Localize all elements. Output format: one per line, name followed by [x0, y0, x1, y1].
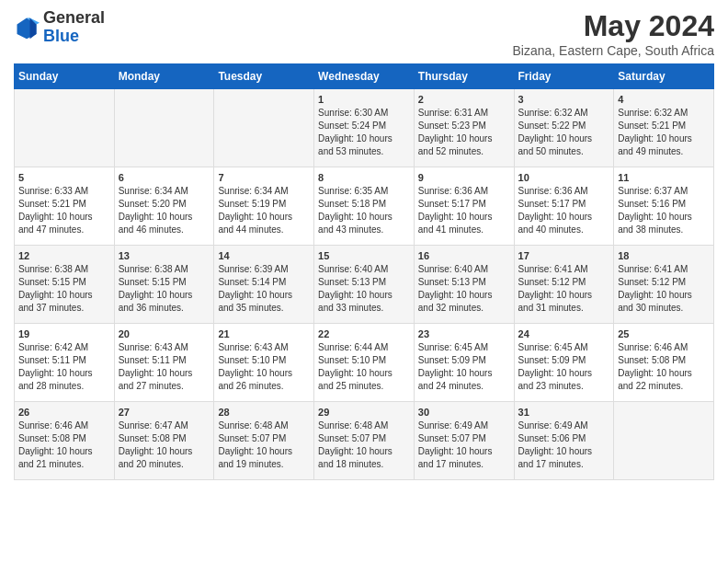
location-title: Bizana, Eastern Cape, South Africa [513, 43, 714, 58]
calendar-cell: 16Sunrise: 6:40 AM Sunset: 5:13 PM Dayli… [414, 246, 514, 324]
day-info: Sunrise: 6:34 AM Sunset: 5:20 PM Dayligh… [119, 185, 210, 236]
calendar-cell: 22Sunrise: 6:44 AM Sunset: 5:10 PM Dayli… [314, 324, 415, 402]
week-row-3: 12Sunrise: 6:38 AM Sunset: 5:15 PM Dayli… [15, 246, 714, 324]
day-info: Sunrise: 6:47 AM Sunset: 5:08 PM Dayligh… [119, 419, 210, 471]
calendar-cell: 23Sunrise: 6:45 AM Sunset: 5:09 PM Dayli… [414, 324, 514, 402]
day-info: Sunrise: 6:36 AM Sunset: 5:17 PM Dayligh… [518, 185, 610, 236]
day-info: Sunrise: 6:43 AM Sunset: 5:10 PM Dayligh… [218, 341, 310, 393]
day-info: Sunrise: 6:32 AM Sunset: 5:21 PM Dayligh… [618, 107, 710, 158]
calendar-cell: 24Sunrise: 6:45 AM Sunset: 5:09 PM Dayli… [514, 324, 614, 402]
week-row-1: 1Sunrise: 6:30 AM Sunset: 5:24 PM Daylig… [15, 89, 714, 167]
calendar-cell [214, 89, 314, 167]
day-number: 17 [518, 250, 610, 261]
day-number: 4 [618, 94, 710, 105]
day-info: Sunrise: 6:36 AM Sunset: 5:17 PM Dayligh… [418, 185, 510, 236]
week-row-5: 26Sunrise: 6:46 AM Sunset: 5:08 PM Dayli… [15, 402, 714, 480]
logo-blue-text: Blue [43, 27, 79, 45]
day-info: Sunrise: 6:31 AM Sunset: 5:23 PM Dayligh… [418, 107, 510, 158]
title-block: May 2024 Bizana, Eastern Cape, South Afr… [513, 9, 714, 58]
calendar-cell: 6Sunrise: 6:34 AM Sunset: 5:20 PM Daylig… [114, 167, 214, 246]
calendar-cell: 17Sunrise: 6:41 AM Sunset: 5:12 PM Dayli… [514, 246, 614, 324]
header-row: SundayMondayTuesdayWednesdayThursdayFrid… [15, 64, 714, 89]
calendar-cell: 7Sunrise: 6:34 AM Sunset: 5:19 PM Daylig… [214, 167, 314, 246]
day-number: 23 [418, 328, 510, 339]
calendar-cell: 18Sunrise: 6:41 AM Sunset: 5:12 PM Dayli… [614, 246, 714, 324]
calendar-cell: 28Sunrise: 6:48 AM Sunset: 5:07 PM Dayli… [214, 402, 314, 480]
day-info: Sunrise: 6:42 AM Sunset: 5:11 PM Dayligh… [18, 341, 110, 393]
header-day-tuesday: Tuesday [214, 64, 314, 89]
calendar-cell: 27Sunrise: 6:47 AM Sunset: 5:08 PM Dayli… [114, 402, 214, 480]
day-info: Sunrise: 6:38 AM Sunset: 5:15 PM Dayligh… [119, 263, 210, 315]
day-number: 19 [18, 328, 110, 339]
header-day-monday: Monday [114, 64, 214, 89]
day-info: Sunrise: 6:40 AM Sunset: 5:13 PM Dayligh… [318, 263, 410, 315]
day-number: 10 [518, 172, 610, 183]
logo-icon [14, 15, 40, 40]
day-number: 7 [218, 172, 310, 183]
calendar-cell: 5Sunrise: 6:33 AM Sunset: 5:21 PM Daylig… [15, 167, 115, 246]
day-info: Sunrise: 6:49 AM Sunset: 5:07 PM Dayligh… [418, 419, 510, 471]
day-number: 20 [119, 328, 210, 339]
calendar-cell: 30Sunrise: 6:49 AM Sunset: 5:07 PM Dayli… [414, 402, 514, 480]
week-row-2: 5Sunrise: 6:33 AM Sunset: 5:21 PM Daylig… [15, 167, 714, 246]
calendar-cell: 11Sunrise: 6:37 AM Sunset: 5:16 PM Dayli… [614, 167, 714, 246]
day-number: 22 [318, 328, 410, 339]
day-number: 11 [618, 172, 710, 183]
day-info: Sunrise: 6:46 AM Sunset: 5:08 PM Dayligh… [18, 419, 110, 471]
calendar-cell [114, 89, 214, 167]
calendar-header: SundayMondayTuesdayWednesdayThursdayFrid… [15, 64, 714, 89]
calendar-cell: 15Sunrise: 6:40 AM Sunset: 5:13 PM Dayli… [314, 246, 415, 324]
day-info: Sunrise: 6:43 AM Sunset: 5:11 PM Dayligh… [119, 341, 210, 393]
day-info: Sunrise: 6:35 AM Sunset: 5:18 PM Dayligh… [318, 185, 410, 236]
calendar-table: SundayMondayTuesdayWednesdayThursdayFrid… [14, 63, 714, 480]
calendar-body: 1Sunrise: 6:30 AM Sunset: 5:24 PM Daylig… [15, 89, 714, 480]
calendar-cell: 8Sunrise: 6:35 AM Sunset: 5:18 PM Daylig… [314, 167, 415, 246]
calendar-cell: 31Sunrise: 6:49 AM Sunset: 5:06 PM Dayli… [514, 402, 614, 480]
day-number: 5 [18, 172, 110, 183]
calendar-cell: 2Sunrise: 6:31 AM Sunset: 5:23 PM Daylig… [414, 89, 514, 167]
calendar-cell: 25Sunrise: 6:46 AM Sunset: 5:08 PM Dayli… [614, 324, 714, 402]
logo: General Blue [14, 9, 105, 46]
day-info: Sunrise: 6:40 AM Sunset: 5:13 PM Dayligh… [418, 263, 510, 315]
day-number: 30 [418, 407, 510, 418]
calendar-cell: 3Sunrise: 6:32 AM Sunset: 5:22 PM Daylig… [514, 89, 614, 167]
day-info: Sunrise: 6:41 AM Sunset: 5:12 PM Dayligh… [518, 263, 610, 315]
header-day-saturday: Saturday [614, 64, 714, 89]
day-info: Sunrise: 6:46 AM Sunset: 5:08 PM Dayligh… [618, 341, 710, 393]
day-number: 15 [318, 250, 410, 261]
calendar-cell: 29Sunrise: 6:48 AM Sunset: 5:07 PM Dayli… [314, 402, 415, 480]
calendar-cell: 10Sunrise: 6:36 AM Sunset: 5:17 PM Dayli… [514, 167, 614, 246]
day-number: 1 [318, 94, 410, 105]
calendar-cell: 9Sunrise: 6:36 AM Sunset: 5:17 PM Daylig… [414, 167, 514, 246]
calendar-cell: 20Sunrise: 6:43 AM Sunset: 5:11 PM Dayli… [114, 324, 214, 402]
day-number: 2 [418, 94, 510, 105]
day-info: Sunrise: 6:39 AM Sunset: 5:14 PM Dayligh… [218, 263, 310, 315]
day-info: Sunrise: 6:33 AM Sunset: 5:21 PM Dayligh… [18, 185, 110, 236]
day-info: Sunrise: 6:45 AM Sunset: 5:09 PM Dayligh… [518, 341, 610, 393]
header-day-wednesday: Wednesday [314, 64, 415, 89]
calendar-cell: 1Sunrise: 6:30 AM Sunset: 5:24 PM Daylig… [314, 89, 415, 167]
day-number: 12 [18, 250, 110, 261]
calendar-cell: 13Sunrise: 6:38 AM Sunset: 5:15 PM Dayli… [114, 246, 214, 324]
day-number: 6 [119, 172, 210, 183]
day-number: 14 [218, 250, 310, 261]
day-number: 29 [318, 407, 410, 418]
day-info: Sunrise: 6:45 AM Sunset: 5:09 PM Dayligh… [418, 341, 510, 393]
calendar-cell: 4Sunrise: 6:32 AM Sunset: 5:21 PM Daylig… [614, 89, 714, 167]
day-info: Sunrise: 6:44 AM Sunset: 5:10 PM Dayligh… [318, 341, 410, 393]
day-info: Sunrise: 6:49 AM Sunset: 5:06 PM Dayligh… [518, 419, 610, 471]
day-number: 25 [618, 328, 710, 339]
day-number: 28 [218, 407, 310, 418]
calendar-cell: 21Sunrise: 6:43 AM Sunset: 5:10 PM Dayli… [214, 324, 314, 402]
calendar-cell: 12Sunrise: 6:38 AM Sunset: 5:15 PM Dayli… [15, 246, 115, 324]
day-number: 9 [418, 172, 510, 183]
day-info: Sunrise: 6:38 AM Sunset: 5:15 PM Dayligh… [18, 263, 110, 315]
logo-text: General Blue [43, 9, 105, 46]
header-day-friday: Friday [514, 64, 614, 89]
day-number: 3 [518, 94, 610, 105]
day-info: Sunrise: 6:48 AM Sunset: 5:07 PM Dayligh… [318, 419, 410, 471]
page-header: General Blue May 2024 Bizana, Eastern Ca… [14, 9, 714, 58]
calendar-cell: 14Sunrise: 6:39 AM Sunset: 5:14 PM Dayli… [214, 246, 314, 324]
day-number: 21 [218, 328, 310, 339]
calendar-cell [614, 402, 714, 480]
